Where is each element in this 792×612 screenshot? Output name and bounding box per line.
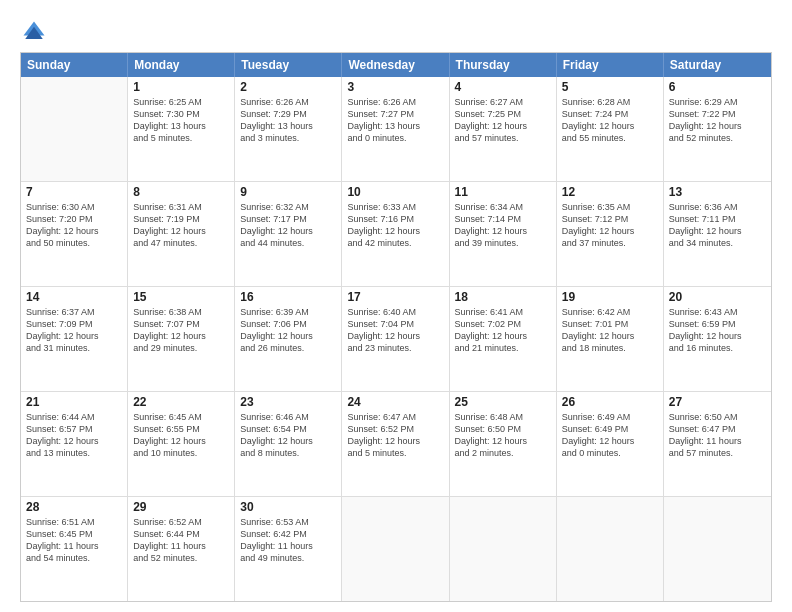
cell-line: Sunset: 6:54 PM <box>240 423 336 435</box>
cell-line: Sunset: 7:30 PM <box>133 108 229 120</box>
cell-line: Sunrise: 6:35 AM <box>562 201 658 213</box>
header-cell-friday: Friday <box>557 53 664 77</box>
day-number: 6 <box>669 80 766 94</box>
cell-line: Sunrise: 6:39 AM <box>240 306 336 318</box>
day-number: 11 <box>455 185 551 199</box>
cell-line: Daylight: 12 hours <box>347 435 443 447</box>
cell-line: Daylight: 12 hours <box>669 330 766 342</box>
cell-line: Sunrise: 6:38 AM <box>133 306 229 318</box>
cell-line: and 0 minutes. <box>347 132 443 144</box>
day-number: 2 <box>240 80 336 94</box>
cell-line: and 23 minutes. <box>347 342 443 354</box>
calendar-body: 1Sunrise: 6:25 AMSunset: 7:30 PMDaylight… <box>21 77 771 601</box>
calendar-cell: 6Sunrise: 6:29 AMSunset: 7:22 PMDaylight… <box>664 77 771 181</box>
cell-line: Sunrise: 6:50 AM <box>669 411 766 423</box>
header-cell-monday: Monday <box>128 53 235 77</box>
calendar-cell: 20Sunrise: 6:43 AMSunset: 6:59 PMDayligh… <box>664 287 771 391</box>
cell-line: Sunrise: 6:44 AM <box>26 411 122 423</box>
day-number: 29 <box>133 500 229 514</box>
cell-line: Daylight: 12 hours <box>133 435 229 447</box>
cell-line: Sunset: 6:44 PM <box>133 528 229 540</box>
cell-line: Sunrise: 6:47 AM <box>347 411 443 423</box>
calendar-row-1: 7Sunrise: 6:30 AMSunset: 7:20 PMDaylight… <box>21 182 771 287</box>
cell-line: Sunrise: 6:34 AM <box>455 201 551 213</box>
cell-line: and 2 minutes. <box>455 447 551 459</box>
cell-line: Sunset: 6:59 PM <box>669 318 766 330</box>
cell-line: Daylight: 13 hours <box>347 120 443 132</box>
cell-line: Daylight: 13 hours <box>133 120 229 132</box>
cell-line: and 57 minutes. <box>669 447 766 459</box>
cell-line: Sunset: 6:52 PM <box>347 423 443 435</box>
day-number: 7 <box>26 185 122 199</box>
calendar-cell: 1Sunrise: 6:25 AMSunset: 7:30 PMDaylight… <box>128 77 235 181</box>
day-number: 22 <box>133 395 229 409</box>
cell-line: Daylight: 12 hours <box>669 120 766 132</box>
cell-line: Daylight: 12 hours <box>562 120 658 132</box>
cell-line: Sunrise: 6:32 AM <box>240 201 336 213</box>
cell-line: Sunset: 7:04 PM <box>347 318 443 330</box>
cell-line: Sunrise: 6:41 AM <box>455 306 551 318</box>
day-number: 3 <box>347 80 443 94</box>
calendar-cell: 22Sunrise: 6:45 AMSunset: 6:55 PMDayligh… <box>128 392 235 496</box>
cell-line: Sunset: 7:14 PM <box>455 213 551 225</box>
day-number: 30 <box>240 500 336 514</box>
cell-line: Daylight: 12 hours <box>240 435 336 447</box>
day-number: 18 <box>455 290 551 304</box>
cell-line: and 44 minutes. <box>240 237 336 249</box>
cell-line: and 39 minutes. <box>455 237 551 249</box>
cell-line: Sunrise: 6:26 AM <box>347 96 443 108</box>
day-number: 28 <box>26 500 122 514</box>
cell-line: Sunset: 7:22 PM <box>669 108 766 120</box>
cell-line: Sunset: 6:57 PM <box>26 423 122 435</box>
day-number: 12 <box>562 185 658 199</box>
day-number: 17 <box>347 290 443 304</box>
cell-line: Sunset: 6:45 PM <box>26 528 122 540</box>
calendar-cell: 26Sunrise: 6:49 AMSunset: 6:49 PMDayligh… <box>557 392 664 496</box>
calendar-row-2: 14Sunrise: 6:37 AMSunset: 7:09 PMDayligh… <box>21 287 771 392</box>
cell-line: Sunset: 6:55 PM <box>133 423 229 435</box>
calendar-cell: 18Sunrise: 6:41 AMSunset: 7:02 PMDayligh… <box>450 287 557 391</box>
cell-line: Daylight: 12 hours <box>26 225 122 237</box>
cell-line: and 55 minutes. <box>562 132 658 144</box>
cell-line: Daylight: 12 hours <box>347 330 443 342</box>
calendar-cell: 10Sunrise: 6:33 AMSunset: 7:16 PMDayligh… <box>342 182 449 286</box>
cell-line: Daylight: 12 hours <box>562 225 658 237</box>
calendar-cell: 19Sunrise: 6:42 AMSunset: 7:01 PMDayligh… <box>557 287 664 391</box>
cell-line: Sunset: 7:17 PM <box>240 213 336 225</box>
cell-line: and 52 minutes. <box>133 552 229 564</box>
cell-line: Sunrise: 6:52 AM <box>133 516 229 528</box>
cell-line: and 26 minutes. <box>240 342 336 354</box>
day-number: 5 <box>562 80 658 94</box>
cell-line: and 18 minutes. <box>562 342 658 354</box>
cell-line: and 42 minutes. <box>347 237 443 249</box>
cell-line: and 5 minutes. <box>347 447 443 459</box>
calendar-cell <box>342 497 449 601</box>
calendar-cell: 4Sunrise: 6:27 AMSunset: 7:25 PMDaylight… <box>450 77 557 181</box>
cell-line: Daylight: 12 hours <box>562 330 658 342</box>
cell-line: Sunrise: 6:42 AM <box>562 306 658 318</box>
cell-line: and 34 minutes. <box>669 237 766 249</box>
cell-line: Daylight: 12 hours <box>133 330 229 342</box>
cell-line: Sunrise: 6:36 AM <box>669 201 766 213</box>
calendar-cell: 17Sunrise: 6:40 AMSunset: 7:04 PMDayligh… <box>342 287 449 391</box>
cell-line: Sunset: 6:47 PM <box>669 423 766 435</box>
cell-line: Sunset: 7:29 PM <box>240 108 336 120</box>
cell-line: Daylight: 12 hours <box>455 120 551 132</box>
day-number: 26 <box>562 395 658 409</box>
cell-line: and 3 minutes. <box>240 132 336 144</box>
cell-line: Sunset: 7:11 PM <box>669 213 766 225</box>
cell-line: Sunset: 7:25 PM <box>455 108 551 120</box>
cell-line: Sunrise: 6:53 AM <box>240 516 336 528</box>
cell-line: Sunrise: 6:51 AM <box>26 516 122 528</box>
cell-line: Sunset: 7:01 PM <box>562 318 658 330</box>
cell-line: Daylight: 12 hours <box>347 225 443 237</box>
day-number: 25 <box>455 395 551 409</box>
day-number: 15 <box>133 290 229 304</box>
day-number: 24 <box>347 395 443 409</box>
cell-line: Sunrise: 6:43 AM <box>669 306 766 318</box>
day-number: 27 <box>669 395 766 409</box>
cell-line: Sunset: 6:42 PM <box>240 528 336 540</box>
cell-line: Sunset: 7:20 PM <box>26 213 122 225</box>
cell-line: and 0 minutes. <box>562 447 658 459</box>
cell-line: Sunset: 7:27 PM <box>347 108 443 120</box>
